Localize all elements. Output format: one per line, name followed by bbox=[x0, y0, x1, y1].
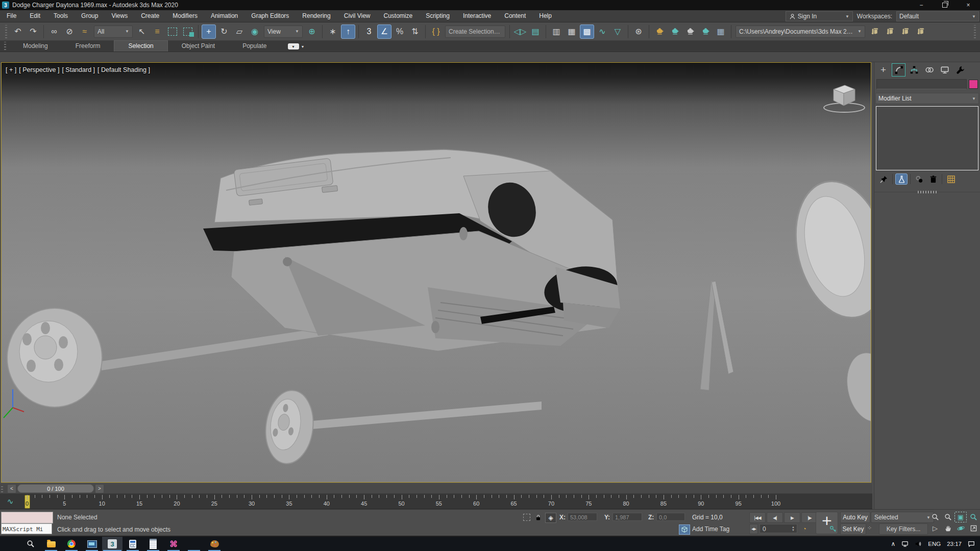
script-button-4[interactable] bbox=[913, 24, 927, 39]
curve-editor-button[interactable]: ∿ bbox=[595, 24, 609, 39]
next-frame-slider-button[interactable]: > bbox=[95, 484, 104, 493]
object-name-field[interactable] bbox=[876, 79, 967, 89]
play-button[interactable]: ▶ bbox=[784, 512, 800, 523]
toolbar-grip-right[interactable] bbox=[974, 25, 976, 38]
zoom-all-button[interactable] bbox=[942, 512, 954, 522]
zoom-button[interactable] bbox=[929, 512, 941, 522]
go-to-start-button[interactable]: |◀◀ bbox=[749, 512, 766, 523]
menu-edit[interactable]: Edit bbox=[23, 10, 47, 22]
key-mode-toggle[interactable]: ◀▶ bbox=[749, 524, 758, 534]
add-time-tag[interactable]: Add Time Tag bbox=[692, 525, 729, 533]
angle-snap-toggle[interactable]: ∠ bbox=[377, 24, 391, 39]
use-pivot-point-center-button[interactable]: ⊕ bbox=[305, 24, 319, 39]
select-and-rotate-button[interactable]: ↻ bbox=[217, 24, 231, 39]
track-bar[interactable]: ∿ 05101520253035404550556065707580859095… bbox=[0, 494, 872, 509]
toolbar-grip[interactable] bbox=[5, 25, 7, 38]
zoom-extents-button[interactable]: ▣ bbox=[954, 512, 967, 522]
named-selection-sets-field[interactable]: Create Selection Se bbox=[445, 26, 505, 38]
x-coord-field[interactable]: 53,008 bbox=[568, 513, 597, 521]
menu-civil-view[interactable]: Civil View bbox=[337, 10, 377, 22]
selection-filter-dropdown[interactable]: All▼ bbox=[94, 26, 133, 38]
redo-button[interactable]: ↷ bbox=[26, 24, 40, 39]
menu-modifiers[interactable]: Modifiers bbox=[166, 10, 204, 22]
select-by-name-button[interactable]: ≡ bbox=[150, 24, 164, 39]
menu-content[interactable]: Content bbox=[498, 10, 532, 22]
tab-hierarchy[interactable] bbox=[907, 63, 921, 77]
select-and-link-button[interactable]: ∞ bbox=[47, 24, 61, 39]
menu-tools[interactable]: Tools bbox=[47, 10, 75, 22]
clock[interactable]: 23:17 bbox=[947, 541, 962, 547]
viewport-canvas[interactable] bbox=[2, 63, 871, 482]
percent-snap-toggle[interactable]: % bbox=[393, 24, 407, 39]
render-setup-button[interactable] bbox=[652, 24, 667, 39]
spinner-snap-toggle[interactable]: ⇅ bbox=[408, 24, 422, 39]
maximize-viewport-toggle[interactable] bbox=[967, 523, 979, 534]
material-editor-button[interactable]: ⊛ bbox=[631, 24, 646, 39]
selection-lock-toggle[interactable] bbox=[533, 513, 543, 522]
panel-divider[interactable] bbox=[874, 192, 980, 196]
rendered-frame-window-button[interactable] bbox=[668, 24, 682, 39]
field-of-view-button[interactable]: ▷ bbox=[929, 523, 941, 534]
speaker-icon[interactable] bbox=[915, 540, 922, 547]
tab-motion[interactable] bbox=[922, 63, 936, 77]
menu-views[interactable]: Views bbox=[105, 10, 134, 22]
toggle-layer-explorer-button[interactable]: ▦ bbox=[565, 24, 579, 39]
viewport[interactable]: [ + ] [ Perspective ] [ Standard ] [ Def… bbox=[1, 62, 871, 483]
action-center-icon[interactable] bbox=[968, 540, 975, 547]
zoom-region-button[interactable] bbox=[967, 512, 979, 522]
ribbon-tab-object-paint[interactable]: Object Paint bbox=[168, 41, 229, 52]
object-color-swatch[interactable] bbox=[969, 80, 978, 89]
sign-in-dropdown[interactable]: Sign In ▼ bbox=[786, 11, 853, 21]
configure-modifier-sets-button[interactable] bbox=[945, 173, 957, 185]
snaps-toggle[interactable]: 3 bbox=[362, 24, 376, 39]
maxscript-mini-listener-input[interactable]: MAXScript Mi bbox=[1, 523, 52, 534]
network-icon[interactable] bbox=[901, 540, 909, 547]
previous-frame-button[interactable]: ◀| bbox=[767, 512, 783, 523]
menu-scripting[interactable]: Scripting bbox=[419, 10, 456, 22]
wheel-rear-left[interactable] bbox=[7, 308, 102, 407]
menu-graph-editors[interactable]: Graph Editors bbox=[244, 10, 296, 22]
absolute-mode-toggle[interactable]: ◈ bbox=[545, 513, 556, 523]
isolate-selection-toggle[interactable] bbox=[522, 513, 532, 522]
tab-display[interactable] bbox=[938, 63, 951, 77]
toggle-ribbon-button[interactable]: ▩ bbox=[580, 24, 594, 39]
modifier-stack[interactable] bbox=[876, 106, 978, 170]
schematic-view-button[interactable]: ▽ bbox=[610, 24, 625, 39]
slider-grip[interactable] bbox=[1, 485, 3, 492]
script-button-2[interactable] bbox=[883, 24, 897, 39]
language-indicator[interactable]: ENG bbox=[928, 541, 941, 547]
make-unique-button[interactable] bbox=[913, 173, 925, 185]
menu-group[interactable]: Group bbox=[75, 10, 105, 22]
render-gallery-button[interactable]: ▦ bbox=[714, 24, 728, 39]
y-coord-field[interactable]: 1,987 bbox=[612, 513, 642, 521]
select-and-manipulate-button[interactable]: ∗ bbox=[326, 24, 340, 39]
set-key-toggle[interactable]: Set Key bbox=[840, 523, 866, 535]
3ds-max-app[interactable]: 3 bbox=[102, 537, 122, 551]
start-button[interactable] bbox=[0, 537, 20, 551]
auto-key-toggle[interactable]: Auto Key bbox=[840, 512, 870, 523]
keyboard-shortcut-override-toggle[interactable]: ↑ bbox=[341, 24, 355, 39]
modifier-list-dropdown[interactable]: Modifier List ▼ bbox=[875, 93, 979, 104]
time-tag-icon-button[interactable] bbox=[679, 524, 690, 535]
menu-file[interactable]: File bbox=[0, 10, 23, 22]
search-button[interactable] bbox=[20, 537, 41, 551]
ribbon-grip[interactable] bbox=[4, 42, 6, 50]
frame-spinner[interactable]: ▲▼ bbox=[790, 524, 796, 533]
calculator-app[interactable] bbox=[122, 537, 143, 551]
previous-frame-slider-button[interactable]: < bbox=[7, 484, 16, 493]
reference-coordinate-system-dropdown[interactable]: View▼ bbox=[264, 26, 303, 38]
window-crossing-toggle[interactable] bbox=[181, 24, 195, 39]
orbit-button[interactable] bbox=[954, 523, 967, 534]
script-button-3[interactable] bbox=[898, 24, 912, 39]
palette-app[interactable] bbox=[204, 537, 225, 551]
show-end-result-toggle[interactable] bbox=[895, 173, 908, 185]
edit-named-selection-sets-button[interactable]: { } bbox=[429, 24, 443, 39]
minimize-button[interactable]: − bbox=[910, 0, 933, 10]
menu-interactive[interactable]: Interactive bbox=[456, 10, 498, 22]
select-and-place-button[interactable]: ◉ bbox=[248, 24, 262, 39]
pan-button[interactable] bbox=[942, 523, 954, 534]
remove-modifier-button[interactable] bbox=[927, 173, 939, 185]
ribbon-minimize-dropdown[interactable]: ▼ ▼ bbox=[288, 43, 305, 49]
project-folder-dropdown[interactable]: C:\Users\Andrey\Documents\3ds Max 2020▼ bbox=[736, 26, 865, 38]
undo-button[interactable]: ↶ bbox=[11, 24, 25, 39]
